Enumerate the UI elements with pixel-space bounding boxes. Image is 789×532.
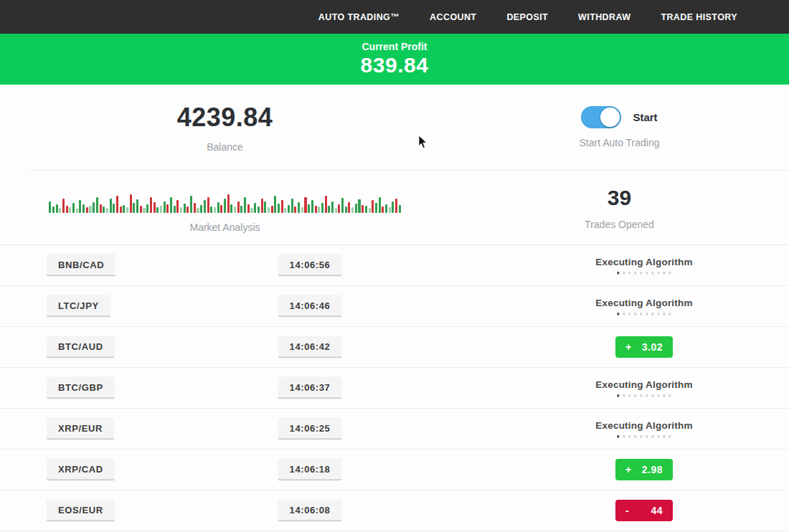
start-toggle-label: Start [633, 111, 657, 123]
trades-opened-stat: 39 Trades Opened [450, 186, 789, 230]
trade-status: Executing Algorithm [595, 420, 692, 438]
start-auto-trading-toggle[interactable] [581, 106, 621, 128]
market-bar [76, 209, 78, 213]
market-bar [210, 206, 212, 213]
trade-status: +3.02 [615, 336, 673, 358]
market-bar [294, 206, 296, 213]
market-and-trades-row: Market Analysis 39 Trades Opened [0, 171, 789, 244]
market-bar [230, 204, 232, 213]
progress-dot [668, 394, 671, 397]
market-bar [372, 200, 374, 213]
market-bar [227, 194, 230, 213]
market-bar [298, 202, 300, 213]
current-profit-label: Current Profit [362, 41, 427, 52]
progress-dot [663, 435, 666, 438]
market-bar [331, 201, 334, 213]
trades-opened-label: Trades Opened [450, 219, 789, 230]
market-bar [194, 203, 196, 213]
nav-item-withdraw[interactable]: WITHDRAW [578, 12, 630, 22]
executing-algorithm-label: Executing Algorithm [595, 420, 692, 431]
trade-pair-chip: EOS/EUR [47, 500, 115, 522]
trade-row: BNB/CAD14:06:56Executing Algorithm [0, 245, 789, 286]
market-bar [86, 207, 88, 213]
progress-dot [646, 313, 648, 315]
nav-item-auto-trading[interactable]: AUTO TRADING™ [318, 12, 400, 22]
trade-status: +2.98 [615, 459, 673, 480]
market-bar [106, 208, 108, 213]
executing-progress-dots [595, 272, 692, 275]
market-bar [234, 206, 236, 213]
market-bar [89, 206, 91, 213]
trade-pair-chip: BNB/CAD [47, 255, 115, 277]
trade-time-chip: 14:06:46 [278, 295, 342, 318]
market-bar [389, 207, 391, 213]
market-bar [156, 207, 159, 213]
nav-item-account[interactable]: ACCOUNT [430, 12, 476, 22]
market-bar [214, 207, 216, 213]
market-bar [304, 197, 306, 213]
market-bar [281, 200, 283, 213]
market-bar [308, 204, 310, 213]
market-bar [170, 197, 172, 213]
market-bar [100, 204, 102, 213]
progress-dot [634, 272, 637, 275]
progress-dot [634, 394, 637, 397]
market-bar [136, 199, 138, 213]
progress-dot [634, 435, 637, 438]
trades-list: BNB/CAD14:06:56Executing AlgorithmLTC/JP… [0, 244, 789, 531]
trade-time-chip: 14:06:42 [278, 336, 342, 358]
progress-dot [663, 272, 666, 275]
market-bar [345, 206, 347, 213]
market-bar [365, 206, 367, 213]
market-bar [288, 205, 290, 213]
market-bar [244, 197, 246, 213]
trade-time-chip: 14:06:18 [278, 459, 342, 481]
market-bar [254, 203, 256, 213]
market-bar [59, 208, 61, 213]
market-bar [190, 196, 192, 213]
progress-dot [617, 272, 620, 275]
market-bar [143, 208, 145, 213]
market-bar [348, 202, 350, 213]
market-bar [120, 206, 122, 213]
balance-and-toggle-row: 4239.84 Balance Start Start Auto Trading [0, 85, 789, 170]
trade-status: -44 [615, 500, 673, 521]
market-bar [52, 206, 55, 213]
market-bar [264, 201, 266, 213]
progress-dot [634, 313, 637, 315]
balance-label: Balance [0, 141, 450, 153]
current-profit-banner: Current Profit 839.84 [0, 34, 789, 85]
balance-value: 4239.84 [0, 103, 450, 133]
market-bar [113, 204, 115, 213]
progress-dot [663, 313, 666, 315]
progress-dot [617, 313, 620, 315]
market-bar [335, 208, 337, 213]
progress-dot [623, 435, 625, 438]
progress-dot [640, 435, 643, 438]
market-bar [375, 203, 377, 213]
nav-item-trade-history[interactable]: TRADE HISTORY [661, 12, 737, 22]
market-bar [66, 206, 68, 213]
progress-dot [651, 394, 654, 397]
progress-dot [623, 313, 625, 315]
market-bar [355, 204, 357, 213]
market-bar [160, 206, 162, 213]
progress-dot [646, 394, 648, 397]
progress-dot [657, 272, 660, 275]
market-bar [338, 204, 340, 213]
result-sign: + [625, 341, 632, 353]
market-bar [174, 206, 176, 213]
progress-dot [651, 272, 654, 275]
market-bar [153, 202, 156, 213]
market-bar [56, 204, 58, 213]
loss-badge: -44 [615, 500, 673, 521]
market-analysis-stat: Market Analysis [0, 183, 450, 233]
market-bar [103, 206, 105, 213]
executing-progress-dots [595, 394, 692, 397]
nav-item-deposit[interactable]: DEPOSIT [506, 12, 548, 22]
market-bar [250, 208, 252, 213]
trades-opened-value: 39 [450, 186, 789, 210]
market-bar [186, 206, 189, 213]
trade-pair-chip: XRP/EUR [47, 418, 114, 440]
balance-stat: 4239.84 Balance [0, 103, 450, 153]
